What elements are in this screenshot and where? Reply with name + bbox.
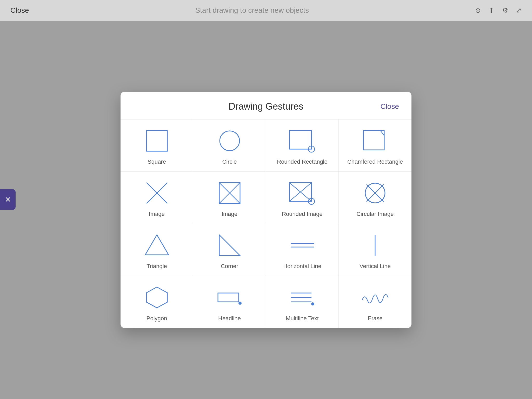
erase-icon (360, 284, 391, 310)
help-icon[interactable]: ⊙ (475, 6, 481, 15)
top-bar-title: Start drawing to create new objects (29, 6, 475, 15)
svg-rect-2 (289, 130, 311, 149)
drawing-gestures-modal: Drawing Gestures Close Square (121, 92, 411, 328)
triangle-icon (141, 232, 172, 258)
side-button-icon: ✕ (5, 195, 11, 204)
multiline-text-label: Multiline Text (286, 315, 319, 322)
gesture-triangle[interactable]: Triangle (121, 224, 193, 276)
image-cross-icon (141, 180, 172, 206)
gesture-vertical-line[interactable]: Vertical Line (339, 224, 411, 276)
image-1-label: Image (149, 211, 165, 217)
gesture-headline[interactable]: Headline (193, 276, 266, 328)
gear-icon[interactable]: ⚙ (502, 6, 508, 15)
polygon-icon (141, 284, 172, 310)
svg-marker-23 (147, 287, 167, 308)
rounded-rectangle-label: Rounded Rectangle (277, 158, 327, 165)
gesture-erase[interactable]: Erase (339, 276, 411, 328)
circular-image-label: Circular Image (356, 211, 394, 217)
top-bar: Close Start drawing to create new object… (0, 0, 532, 21)
gesture-corner[interactable]: Corner (193, 224, 266, 276)
multiline-text-icon (287, 284, 318, 310)
gesture-polygon[interactable]: Polygon (121, 276, 193, 328)
svg-rect-4 (363, 130, 384, 150)
svg-point-1 (220, 131, 240, 151)
chamfered-rectangle-icon (360, 128, 391, 154)
svg-line-5 (380, 130, 384, 136)
rounded-image-icon (287, 180, 318, 206)
expand-icon[interactable]: ⤢ (516, 6, 522, 15)
headline-icon (214, 284, 245, 310)
top-bar-icons: ⊙ ⬆ ⚙ ⤢ (475, 6, 522, 15)
side-collapse-button[interactable]: ✕ (0, 189, 16, 210)
gesture-rounded-image[interactable]: Rounded Image (266, 172, 339, 224)
gesture-grid: Square Circle Rounded (121, 119, 411, 328)
triangle-label: Triangle (147, 263, 167, 270)
rounded-rectangle-icon (287, 128, 318, 154)
chamfered-rectangle-label: Chamfered Rectangle (347, 158, 403, 165)
gesture-image-2[interactable]: Image (193, 172, 266, 224)
svg-rect-0 (147, 130, 167, 151)
gesture-horizontal-line[interactable]: Horizontal Line (266, 224, 339, 276)
vertical-line-label: Vertical Line (360, 263, 391, 270)
gesture-multiline-text[interactable]: Multiline Text (266, 276, 339, 328)
modal-header: Drawing Gestures Close (121, 92, 411, 119)
gesture-rounded-rectangle[interactable]: Rounded Rectangle (266, 119, 339, 172)
top-bar-close-button[interactable]: Close (10, 6, 29, 15)
svg-marker-19 (219, 235, 240, 256)
horizontal-line-label: Horizontal Line (283, 263, 321, 270)
svg-point-25 (238, 302, 242, 305)
square-icon (141, 128, 172, 154)
corner-icon (214, 232, 245, 258)
polygon-label: Polygon (147, 315, 167, 322)
svg-marker-18 (145, 235, 169, 255)
headline-label: Headline (218, 315, 241, 322)
gesture-chamfered-rectangle[interactable]: Chamfered Rectangle (339, 119, 411, 172)
rounded-image-label: Rounded Image (282, 211, 323, 217)
vertical-line-icon (360, 232, 391, 258)
corner-label: Corner (221, 263, 238, 270)
gesture-square[interactable]: Square (121, 119, 193, 172)
gesture-circular-image[interactable]: Circular Image (339, 172, 411, 224)
square-label: Square (148, 158, 166, 165)
modal-close-button[interactable]: Close (378, 102, 399, 111)
circle-icon (214, 128, 245, 154)
share-icon[interactable]: ⬆ (489, 6, 494, 15)
circle-label: Circle (222, 158, 237, 165)
image-box-cross-icon (214, 180, 245, 206)
erase-label: Erase (368, 315, 382, 322)
svg-point-29 (311, 302, 314, 305)
modal-title: Drawing Gestures (154, 101, 378, 112)
image-2-label: Image (222, 211, 237, 217)
svg-rect-24 (218, 293, 239, 302)
modal-backdrop: Drawing Gestures Close Square (0, 21, 532, 399)
circular-image-icon (360, 180, 391, 206)
gesture-circle[interactable]: Circle (193, 119, 266, 172)
gesture-image-1[interactable]: Image (121, 172, 193, 224)
horizontal-line-icon (287, 232, 318, 258)
